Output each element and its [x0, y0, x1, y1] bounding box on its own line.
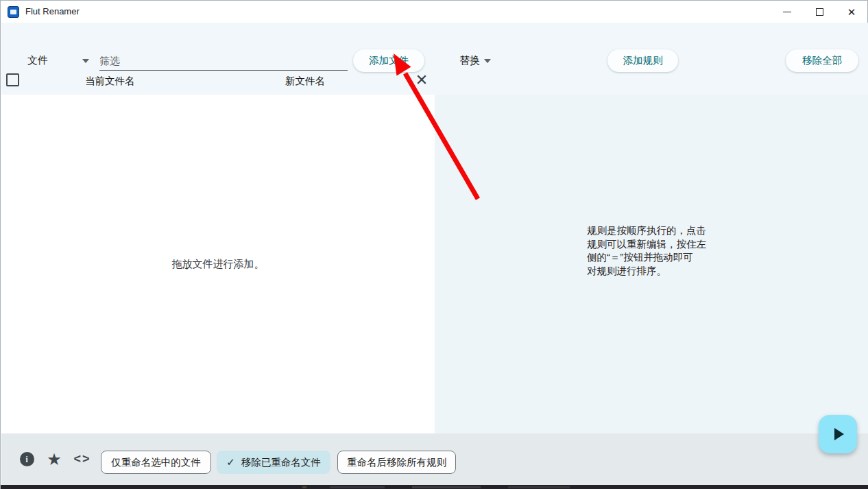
- replace-menu-chevron-down-icon[interactable]: [484, 59, 491, 63]
- remove-all-button[interactable]: 移除全部: [786, 49, 858, 72]
- rules-hint-line: 规则可以重新编辑，按住左: [587, 238, 717, 252]
- clear-list-close-icon[interactable]: ✕: [413, 69, 431, 92]
- remove-rules-after-rename-chip[interactable]: 重命名后移除所有规则: [337, 451, 456, 474]
- code-brackets-icon: <>: [73, 452, 91, 466]
- minimize-icon: [783, 12, 791, 12]
- bottom-bar: i ★ <> 仅重命名选中的文件 ✓ 移除已重命名文件 重命名后移除所有规则: [1, 433, 868, 485]
- column-current-filename: 当前文件名: [85, 75, 135, 88]
- maximize-button[interactable]: [804, 1, 835, 23]
- windows-taskbar-edge: [1, 485, 868, 489]
- column-new-filename: 新文件名: [285, 75, 325, 88]
- star-icon: ★: [47, 450, 62, 469]
- close-button[interactable]: ✕: [836, 1, 867, 23]
- close-icon: ✕: [847, 7, 856, 17]
- checkmark-icon: ✓: [226, 456, 235, 468]
- minimize-button[interactable]: [771, 1, 803, 23]
- rules-hint-line: 对规则进行排序。: [587, 265, 717, 278]
- info-icon: i: [20, 452, 34, 466]
- code-button[interactable]: <>: [70, 433, 95, 485]
- star-button[interactable]: ★: [44, 433, 64, 485]
- play-icon: [834, 428, 844, 440]
- remove-renamed-files-chip[interactable]: ✓ 移除已重命名文件: [217, 451, 330, 474]
- replace-menu[interactable]: 替换: [459, 54, 480, 67]
- select-all-checkbox[interactable]: [6, 73, 19, 86]
- file-menu-chevron-down-icon[interactable]: [82, 59, 89, 63]
- drop-files-hint: 拖放文件进行添加。: [1, 258, 435, 271]
- add-rule-button[interactable]: 添加规则: [607, 49, 678, 72]
- rules-usage-hint: 规则是按顺序执行的，点击 规则可以重新编辑，按住左 侧的“＝”按钮并拖动即可 对…: [587, 224, 717, 278]
- rename-selected-only-chip[interactable]: 仅重命名选中的文件: [101, 451, 211, 474]
- file-list-panel[interactable]: 拖放文件进行添加。: [1, 95, 435, 433]
- file-table-header: 当前文件名 新文件名 ✕: [1, 66, 435, 95]
- remove-renamed-files-label: 移除已重命名文件: [241, 456, 321, 469]
- rules-panel: 规则是按顺序执行的，点击 规则可以重新编辑，按住左 侧的“＝”按钮并拖动即可 对…: [435, 95, 868, 433]
- app-logo-icon: [8, 6, 19, 18]
- rules-hint-line: 侧的“＝”按钮并拖动即可: [587, 251, 717, 265]
- app-window: Flut Renamer ✕ 文件 添加文件 替换 添加规则 移除全部 当前文件…: [0, 0, 868, 489]
- run-rename-fab-button[interactable]: [819, 415, 857, 453]
- maximize-icon: [816, 8, 823, 16]
- title-bar: Flut Renamer ✕: [1, 1, 867, 23]
- window-title: Flut Renamer: [25, 6, 80, 16]
- rules-hint-line: 规则是按顺序执行的，点击: [587, 224, 717, 238]
- info-button[interactable]: i: [16, 433, 37, 485]
